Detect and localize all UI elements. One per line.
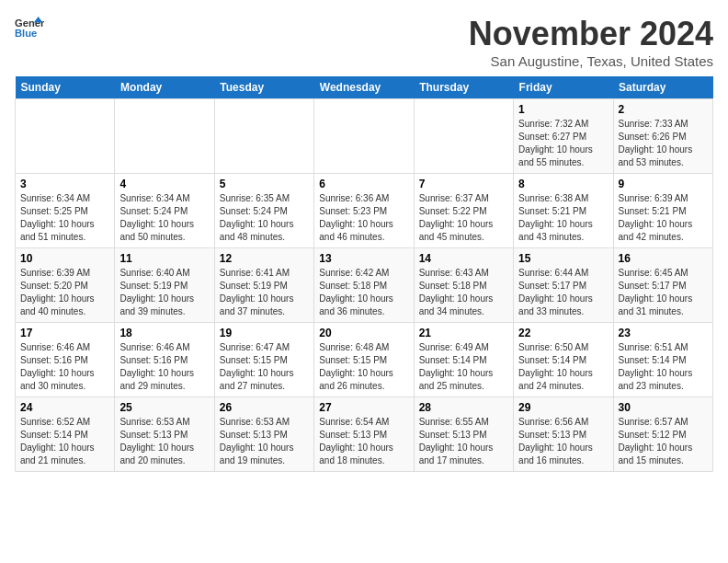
title-area: November 2024 San Augustine, Texas, Unit…	[469, 15, 713, 69]
calendar-cell: 15Sunrise: 6:44 AM Sunset: 5:17 PM Dayli…	[514, 248, 613, 323]
calendar-cell: 22Sunrise: 6:50 AM Sunset: 5:14 PM Dayli…	[514, 323, 613, 397]
calendar-cell: 2Sunrise: 7:33 AM Sunset: 6:26 PM Daylig…	[613, 99, 712, 174]
day-number: 30	[619, 401, 708, 414]
day-info: Sunrise: 6:50 AM Sunset: 5:14 PM Dayligh…	[518, 341, 608, 393]
day-number: 27	[319, 401, 408, 414]
calendar-cell: 28Sunrise: 6:55 AM Sunset: 5:13 PM Dayli…	[414, 397, 513, 472]
day-number: 28	[419, 401, 508, 414]
col-saturday: Saturday	[613, 76, 712, 99]
day-number: 2	[619, 103, 708, 116]
logo-icon: General Blue	[15, 15, 44, 40]
day-number: 26	[220, 401, 309, 414]
calendar-cell: 5Sunrise: 6:35 AM Sunset: 5:24 PM Daylig…	[214, 174, 313, 248]
calendar-cell: 7Sunrise: 6:37 AM Sunset: 5:22 PM Daylig…	[414, 174, 513, 248]
day-info: Sunrise: 6:34 AM Sunset: 5:25 PM Dayligh…	[20, 192, 109, 244]
day-info: Sunrise: 6:44 AM Sunset: 5:17 PM Dayligh…	[518, 267, 608, 318]
day-number: 23	[619, 327, 708, 339]
svg-text:Blue: Blue	[15, 28, 37, 39]
calendar-cell: 1Sunrise: 7:32 AM Sunset: 6:27 PM Daylig…	[514, 99, 613, 174]
calendar-cell: 24Sunrise: 6:52 AM Sunset: 5:14 PM Dayli…	[16, 397, 115, 472]
day-info: Sunrise: 7:33 AM Sunset: 6:26 PM Dayligh…	[619, 118, 708, 169]
day-number: 9	[619, 178, 708, 190]
day-number: 12	[220, 252, 309, 265]
logo: General Blue	[15, 15, 44, 40]
calendar-week-4: 24Sunrise: 6:52 AM Sunset: 5:14 PM Dayli…	[16, 397, 713, 472]
day-info: Sunrise: 6:53 AM Sunset: 5:13 PM Dayligh…	[119, 416, 209, 467]
subtitle: San Augustine, Texas, United States	[469, 53, 713, 69]
calendar-cell: 12Sunrise: 6:41 AM Sunset: 5:19 PM Dayli…	[214, 248, 313, 323]
calendar-cell: 25Sunrise: 6:53 AM Sunset: 5:13 PM Dayli…	[115, 397, 214, 472]
calendar-cell	[314, 99, 414, 174]
day-number: 29	[518, 401, 608, 414]
calendar-cell: 18Sunrise: 6:46 AM Sunset: 5:16 PM Dayli…	[115, 323, 214, 397]
calendar-cell: 29Sunrise: 6:56 AM Sunset: 5:13 PM Dayli…	[514, 397, 613, 472]
day-info: Sunrise: 6:37 AM Sunset: 5:22 PM Dayligh…	[419, 192, 508, 244]
calendar-cell: 14Sunrise: 6:43 AM Sunset: 5:18 PM Dayli…	[414, 248, 513, 323]
day-info: Sunrise: 6:42 AM Sunset: 5:18 PM Dayligh…	[319, 267, 408, 318]
calendar-header: Sunday Monday Tuesday Wednesday Thursday…	[16, 76, 713, 99]
day-info: Sunrise: 6:57 AM Sunset: 5:12 PM Dayligh…	[619, 416, 708, 467]
day-info: Sunrise: 6:47 AM Sunset: 5:15 PM Dayligh…	[220, 341, 309, 393]
calendar-cell: 13Sunrise: 6:42 AM Sunset: 5:18 PM Dayli…	[314, 248, 414, 323]
day-info: Sunrise: 6:52 AM Sunset: 5:14 PM Dayligh…	[20, 416, 109, 467]
main-title: November 2024	[469, 15, 713, 53]
day-number: 6	[319, 178, 408, 190]
calendar-cell: 21Sunrise: 6:49 AM Sunset: 5:14 PM Dayli…	[414, 323, 513, 397]
day-number: 17	[20, 327, 109, 339]
calendar-cell: 20Sunrise: 6:48 AM Sunset: 5:15 PM Dayli…	[314, 323, 414, 397]
day-number: 8	[518, 178, 608, 190]
calendar-week-1: 3Sunrise: 6:34 AM Sunset: 5:25 PM Daylig…	[16, 174, 713, 248]
day-info: Sunrise: 6:39 AM Sunset: 5:21 PM Dayligh…	[619, 192, 708, 244]
calendar-cell	[414, 99, 513, 174]
day-info: Sunrise: 6:39 AM Sunset: 5:20 PM Dayligh…	[20, 267, 109, 318]
day-info: Sunrise: 6:54 AM Sunset: 5:13 PM Dayligh…	[319, 416, 408, 467]
page-header: General Blue November 2024 San Augustine…	[15, 15, 713, 69]
day-number: 4	[119, 178, 209, 190]
day-info: Sunrise: 6:40 AM Sunset: 5:19 PM Dayligh…	[119, 267, 209, 318]
day-info: Sunrise: 6:46 AM Sunset: 5:16 PM Dayligh…	[119, 341, 209, 393]
day-number: 1	[518, 103, 608, 116]
day-number: 22	[518, 327, 608, 339]
calendar-week-2: 10Sunrise: 6:39 AM Sunset: 5:20 PM Dayli…	[16, 248, 713, 323]
day-number: 5	[220, 178, 309, 190]
day-info: Sunrise: 6:41 AM Sunset: 5:19 PM Dayligh…	[220, 267, 309, 318]
header-row: Sunday Monday Tuesday Wednesday Thursday…	[16, 76, 713, 99]
day-number: 18	[119, 327, 209, 339]
day-number: 13	[319, 252, 408, 265]
day-info: Sunrise: 6:34 AM Sunset: 5:24 PM Dayligh…	[119, 192, 209, 244]
calendar-cell	[214, 99, 313, 174]
day-number: 10	[20, 252, 109, 265]
day-number: 14	[419, 252, 508, 265]
calendar-cell: 9Sunrise: 6:39 AM Sunset: 5:21 PM Daylig…	[613, 174, 712, 248]
calendar-table: Sunday Monday Tuesday Wednesday Thursday…	[15, 76, 713, 472]
day-info: Sunrise: 6:43 AM Sunset: 5:18 PM Dayligh…	[419, 267, 508, 318]
day-info: Sunrise: 6:53 AM Sunset: 5:13 PM Dayligh…	[220, 416, 309, 467]
day-number: 11	[119, 252, 209, 265]
calendar-cell: 3Sunrise: 6:34 AM Sunset: 5:25 PM Daylig…	[16, 174, 115, 248]
calendar-cell: 4Sunrise: 6:34 AM Sunset: 5:24 PM Daylig…	[115, 174, 214, 248]
day-info: Sunrise: 6:38 AM Sunset: 5:21 PM Dayligh…	[518, 192, 608, 244]
day-info: Sunrise: 6:51 AM Sunset: 5:14 PM Dayligh…	[619, 341, 708, 393]
calendar-body: 1Sunrise: 7:32 AM Sunset: 6:27 PM Daylig…	[16, 99, 713, 472]
day-number: 21	[419, 327, 508, 339]
calendar-cell: 8Sunrise: 6:38 AM Sunset: 5:21 PM Daylig…	[514, 174, 613, 248]
day-info: Sunrise: 6:48 AM Sunset: 5:15 PM Dayligh…	[319, 341, 408, 393]
day-number: 3	[20, 178, 109, 190]
day-info: Sunrise: 6:45 AM Sunset: 5:17 PM Dayligh…	[619, 267, 708, 318]
day-number: 16	[619, 252, 708, 265]
day-info: Sunrise: 7:32 AM Sunset: 6:27 PM Dayligh…	[518, 118, 608, 169]
day-info: Sunrise: 6:46 AM Sunset: 5:16 PM Dayligh…	[20, 341, 109, 393]
calendar-cell: 19Sunrise: 6:47 AM Sunset: 5:15 PM Dayli…	[214, 323, 313, 397]
calendar-cell: 11Sunrise: 6:40 AM Sunset: 5:19 PM Dayli…	[115, 248, 214, 323]
calendar-cell: 26Sunrise: 6:53 AM Sunset: 5:13 PM Dayli…	[214, 397, 313, 472]
calendar-cell: 17Sunrise: 6:46 AM Sunset: 5:16 PM Dayli…	[16, 323, 115, 397]
calendar-cell: 30Sunrise: 6:57 AM Sunset: 5:12 PM Dayli…	[613, 397, 712, 472]
calendar-cell: 10Sunrise: 6:39 AM Sunset: 5:20 PM Dayli…	[16, 248, 115, 323]
day-number: 7	[419, 178, 508, 190]
calendar-week-0: 1Sunrise: 7:32 AM Sunset: 6:27 PM Daylig…	[16, 99, 713, 174]
col-wednesday: Wednesday	[314, 76, 414, 99]
day-number: 24	[20, 401, 109, 414]
col-sunday: Sunday	[16, 76, 115, 99]
calendar-cell	[115, 99, 214, 174]
calendar-cell: 16Sunrise: 6:45 AM Sunset: 5:17 PM Dayli…	[613, 248, 712, 323]
